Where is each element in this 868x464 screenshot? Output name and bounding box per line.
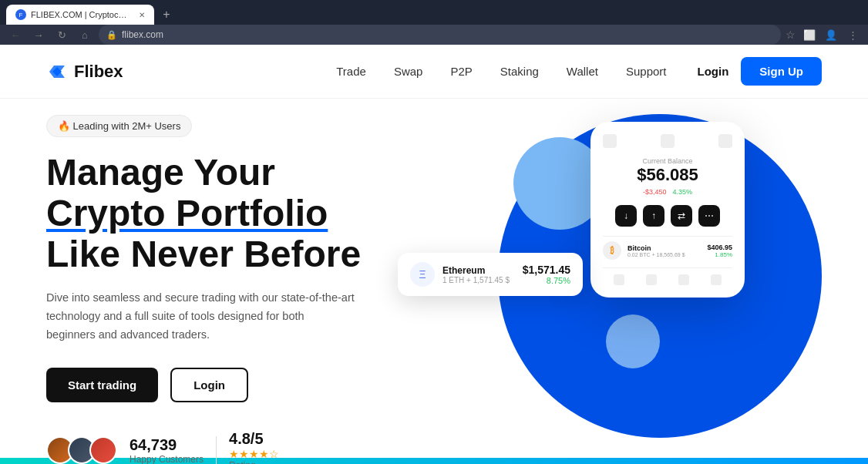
hero-title: Manage Your Crypto Portfolio Like Never … (46, 153, 361, 274)
logo[interactable]: Flibex (46, 61, 123, 82)
avatars (46, 436, 117, 464)
logo-icon (46, 61, 68, 82)
tab-title: FLIBEX.COM | Cryptocurrency t... (31, 10, 131, 19)
back-button[interactable]: ← (6, 25, 25, 44)
phone-mockup: Current Balance $56.085 -$3,450 4.35% ↓ … (590, 122, 745, 298)
extensions-icon[interactable]: ⬜ (800, 25, 819, 44)
nav-trade[interactable]: Trade (336, 65, 366, 78)
eth-price: $1,571.45 (523, 264, 570, 276)
title-line2: Crypto Portfolio (46, 193, 328, 234)
coin-price-block: $406.95 1.85% (707, 244, 732, 258)
new-tab-button[interactable]: + (157, 5, 176, 24)
nav-staking[interactable]: Staking (500, 65, 539, 78)
rating-label: Rating (229, 460, 279, 464)
eth-price-block: $1,571.45 8.75% (523, 264, 570, 285)
star-icons: ★★★★☆ (229, 448, 279, 460)
bg-circle-small (606, 314, 660, 368)
address-bar[interactable]: 🔒 flibex.com (99, 25, 781, 45)
balance-amount: $56.085 (603, 165, 732, 185)
nav-auth: Login Sign Up (698, 57, 823, 86)
toolbar-icons: ⬜ 👤 ⋮ (800, 25, 862, 44)
nav-p2p[interactable]: P2P (450, 65, 472, 78)
phone-bottom-nav (603, 267, 732, 285)
phone-nav-profile[interactable] (711, 274, 722, 285)
divider (216, 436, 217, 464)
balance-label: Current Balance (603, 157, 732, 165)
browser-chrome: F FLIBEX.COM | Cryptocurrency t... ✕ + ←… (0, 0, 868, 45)
hero-login-button[interactable]: Login (170, 368, 248, 402)
signup-button[interactable]: Sign Up (741, 57, 822, 86)
bookmark-button[interactable]: ☆ (786, 29, 796, 41)
profile-icon[interactable]: 👤 (822, 25, 840, 44)
coin-row-btc: ₿ Bitcoin 0.02 BTC + 18,565.69 $ $406.95… (603, 236, 732, 264)
tab-favicon-icon: F (15, 9, 26, 20)
rating-block: 4.8/5 ★★★★☆ Rating (229, 430, 279, 464)
change-negative: -$3,450 (643, 188, 667, 196)
menu-icon[interactable]: ⋮ (843, 25, 862, 44)
phone-action-3[interactable]: ⇄ (671, 205, 692, 227)
eth-floating-card: Ξ Ethereum 1 ETH + 1,571.45 $ $1,571.45 … (398, 253, 583, 296)
coin-sub: 0.02 BTC + 18,565.69 $ (627, 252, 685, 257)
hero-description: Dive into seamless and secure trading wi… (46, 289, 355, 345)
eth-name: Ethereum (442, 265, 510, 276)
lock-icon: 🔒 (106, 30, 117, 40)
refresh-button[interactable]: ↻ (52, 25, 71, 44)
badge-text: 🔥 Leading with 2M+ Users (58, 120, 180, 132)
home-button[interactable]: ⌂ (76, 25, 94, 44)
title-line1: Manage Your (46, 152, 275, 193)
start-trading-button[interactable]: Start trading (46, 368, 158, 402)
balance-change: -$3,450 4.35% (603, 188, 732, 196)
hero-buttons: Start trading Login (46, 368, 361, 402)
rating-number: 4.8/5 (229, 430, 279, 448)
tab-close-icon[interactable]: ✕ (139, 11, 145, 19)
badge: 🔥 Leading with 2M+ Users (46, 115, 192, 137)
active-tab[interactable]: F FLIBEX.COM | Cryptocurrency t... ✕ (6, 5, 154, 25)
social-proof: 64,739 Happy Customers 4.8/5 ★★★★☆ Ratin… (46, 430, 361, 464)
phone-nav-wallet[interactable] (678, 274, 689, 285)
login-button[interactable]: Login (698, 65, 729, 78)
coin-info: Bitcoin 0.02 BTC + 18,565.69 $ (627, 244, 685, 257)
nav-links: Trade Swap P2P Staking Wallet Support (336, 65, 666, 78)
website: Flibex Trade Swap P2P Staking Wallet Sup… (0, 45, 868, 464)
phone-action-4[interactable]: ⋯ (698, 205, 720, 227)
coin-price: $406.95 (707, 244, 732, 251)
phone-nav-chart[interactable] (646, 274, 657, 285)
nav-swap[interactable]: Swap (394, 65, 423, 78)
hero-illustration: Current Balance $56.085 -$3,450 4.35% ↓ … (421, 99, 868, 464)
avatar-3 (89, 436, 117, 464)
phone-top-bar (603, 134, 732, 148)
customer-label: Happy Customers (130, 454, 204, 464)
nav-wallet[interactable]: Wallet (567, 65, 598, 78)
change-percent: 4.35% (673, 188, 693, 196)
hero-section: 🔥 Leading with 2M+ Users Manage Your Cry… (0, 99, 868, 464)
eth-info: Ethereum 1 ETH + 1,571.45 $ (442, 265, 510, 284)
phone-action-1[interactable]: ↓ (615, 205, 637, 227)
hero-left: 🔥 Leading with 2M+ Users Manage Your Cry… (46, 115, 361, 464)
customer-count-block: 64,739 Happy Customers (130, 436, 204, 464)
nav-support[interactable]: Support (626, 65, 667, 78)
browser-toolbar: ← → ↻ ⌂ 🔒 flibex.com ☆ ⬜ 👤 ⋮ (0, 25, 868, 45)
coin-name: Bitcoin (627, 244, 685, 252)
btc-icon: ₿ (603, 241, 621, 260)
title-line3: Like Never Before (46, 234, 361, 274)
coin-change: 1.85% (707, 251, 732, 258)
logo-text: Flibex (74, 62, 123, 82)
phone-nav-home[interactable] (614, 274, 624, 285)
browser-tabs: F FLIBEX.COM | Cryptocurrency t... ✕ + (0, 0, 868, 25)
address-text: flibex.com (122, 29, 163, 40)
eth-sub: 1 ETH + 1,571.45 $ (442, 276, 510, 284)
navbar: Flibex Trade Swap P2P Staking Wallet Sup… (0, 45, 868, 99)
eth-change: 8.75% (523, 276, 570, 285)
customer-count: 64,739 (130, 436, 204, 454)
forward-button[interactable]: → (29, 25, 48, 44)
eth-icon: Ξ (410, 262, 435, 287)
phone-action-2[interactable]: ↑ (643, 205, 664, 227)
phone-actions: ↓ ↑ ⇄ ⋯ (603, 205, 732, 227)
